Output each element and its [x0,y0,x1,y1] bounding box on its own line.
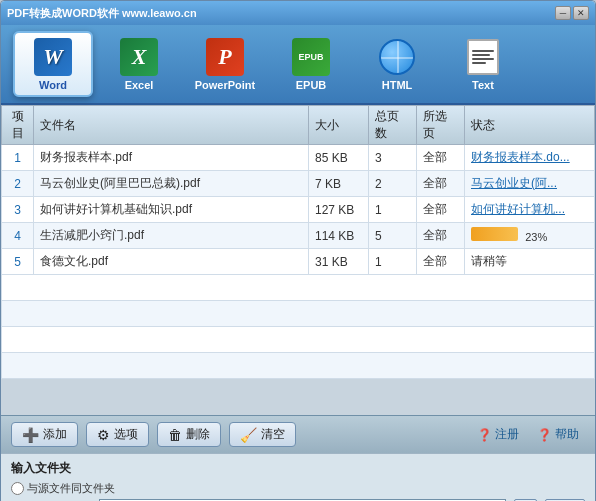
radio-row1: 与源文件同文件夹 [11,481,585,496]
table-row[interactable]: 5 食德文化.pdf 31 KB 1 全部 请稍等 [2,249,595,275]
toolbar-word-label: Word [39,79,67,91]
input-folder-section: 输入文件夹 与源文件同文件夹 自定义 ... 打开 [1,453,595,501]
row1-selected: 全部 [417,145,465,171]
row5-selected: 全部 [417,249,465,275]
row3-filename: 如何讲好计算机基础知识.pdf [34,197,309,223]
row2-size: 7 KB [309,171,369,197]
register-button[interactable]: ❓ 注册 [471,424,525,445]
row2-filename: 马云创业史(阿里巴巴总裁).pdf [34,171,309,197]
col-status: 状态 [465,106,595,145]
row3-pages: 1 [369,197,417,223]
col-selected: 所选页 [417,106,465,145]
row3-selected: 全部 [417,197,465,223]
register-label: 注册 [495,426,519,443]
table-row[interactable]: 2 马云创业史(阿里巴巴总裁).pdf 7 KB 2 全部 马云创业史(阿... [2,171,595,197]
clear-label: 清空 [261,426,285,443]
trash-icon: 🗑 [168,427,182,443]
row5-status: 请稍等 [465,249,595,275]
row1-pages: 3 [369,145,417,171]
register-icon: ❓ [477,428,492,442]
col-pages: 总页数 [369,106,417,145]
radio-same-folder-input[interactable] [11,482,24,495]
row4-filename: 生活减肥小窍门.pdf [34,223,309,249]
toolbar-html-label: HTML [382,79,413,91]
clear-button[interactable]: 🧹 清空 [229,422,296,447]
row5-index: 5 [2,249,34,275]
word-icon [33,37,73,77]
toolbar-text-label: Text [472,79,494,91]
text-icon [463,37,503,77]
row1-size: 85 KB [309,145,369,171]
toolbar: Word Excel PowerPoint EPUB EPUB [1,25,595,105]
add-icon: ➕ [22,427,39,443]
file-table: 项目 文件名 大小 总页数 所选页 状态 1 财务报表样本.pdf 85 KB … [1,105,595,379]
excel-icon [119,37,159,77]
gear-icon: ⚙ [97,427,110,443]
input-folder-title: 输入文件夹 [11,460,585,477]
delete-label: 删除 [186,426,210,443]
row4-size: 114 KB [309,223,369,249]
toolbar-text[interactable]: Text [443,31,523,97]
row4-status: 23% [465,223,595,249]
toolbar-epub-label: EPUB [296,79,327,91]
title-bar-buttons: ─ ✕ [555,6,589,20]
row1-filename: 财务报表样本.pdf [34,145,309,171]
row5-filename: 食德文化.pdf [34,249,309,275]
col-filename: 文件名 [34,106,309,145]
table-row-empty [2,275,595,301]
add-label: 添加 [43,426,67,443]
toolbar-ppt[interactable]: PowerPoint [185,31,265,97]
progress-text: 23% [525,231,547,243]
toolbar-excel-label: Excel [125,79,154,91]
row5-size: 31 KB [309,249,369,275]
row3-status[interactable]: 如何讲好计算机... [465,197,595,223]
table-row[interactable]: 4 生活减肥小窍门.pdf 114 KB 5 全部 23% [2,223,595,249]
clear-icon: 🧹 [240,427,257,443]
col-index: 项目 [2,106,34,145]
row1-index: 1 [2,145,34,171]
ppt-icon [205,37,245,77]
help-icon: ❓ [537,428,552,442]
row3-index: 3 [2,197,34,223]
toolbar-ppt-label: PowerPoint [195,79,256,91]
col-size: 大小 [309,106,369,145]
toolbar-excel[interactable]: Excel [99,31,179,97]
table-row[interactable]: 1 财务报表样本.pdf 85 KB 3 全部 财务报表样本.do... [2,145,595,171]
right-buttons: ❓ 注册 ❓ 帮助 [471,424,585,445]
table-row-empty [2,301,595,327]
main-window: PDF转换成WORD软件 www.leawo.cn ─ ✕ Word Excel… [0,0,596,501]
options-label: 选项 [114,426,138,443]
row1-status[interactable]: 财务报表样本.do... [465,145,595,171]
bottom-toolbar: ➕ 添加 ⚙ 选项 🗑 删除 🧹 清空 ❓ 注册 ❓ 帮助 [1,415,595,453]
close-button[interactable]: ✕ [573,6,589,20]
help-label: 帮助 [555,426,579,443]
table-row-empty [2,327,595,353]
minimize-button[interactable]: ─ [555,6,571,20]
row2-selected: 全部 [417,171,465,197]
options-button[interactable]: ⚙ 选项 [86,422,149,447]
title-text: PDF转换成WORD软件 www.leawo.cn [7,6,197,21]
main-area: 项目 文件名 大小 总页数 所选页 状态 1 财务报表样本.pdf 85 KB … [1,105,595,415]
html-icon [377,37,417,77]
toolbar-html[interactable]: HTML [357,31,437,97]
add-button[interactable]: ➕ 添加 [11,422,78,447]
row4-selected: 全部 [417,223,465,249]
table-row[interactable]: 3 如何讲好计算机基础知识.pdf 127 KB 1 全部 如何讲好计算机... [2,197,595,223]
radio-same-folder-label: 与源文件同文件夹 [27,481,115,496]
row3-size: 127 KB [309,197,369,223]
title-bar: PDF转换成WORD软件 www.leawo.cn ─ ✕ [1,1,595,25]
radio-same-folder[interactable]: 与源文件同文件夹 [11,481,115,496]
row2-status[interactable]: 马云创业史(阿... [465,171,595,197]
epub-icon: EPUB [291,37,331,77]
row5-pages: 1 [369,249,417,275]
delete-button[interactable]: 🗑 删除 [157,422,221,447]
row2-index: 2 [2,171,34,197]
row4-index: 4 [2,223,34,249]
toolbar-word[interactable]: Word [13,31,93,97]
row2-pages: 2 [369,171,417,197]
toolbar-epub[interactable]: EPUB EPUB [271,31,351,97]
progress-bar [471,227,518,241]
row4-pages: 5 [369,223,417,249]
table-row-empty [2,353,595,379]
help-button[interactable]: ❓ 帮助 [531,424,585,445]
